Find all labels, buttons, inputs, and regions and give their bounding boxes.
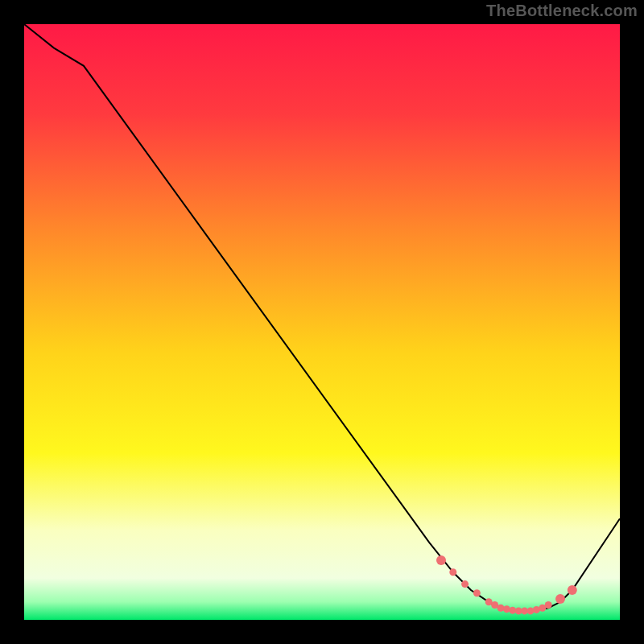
- bottleneck-chart: [0, 0, 644, 644]
- optimal-marker: [473, 589, 481, 597]
- optimal-marker: [497, 605, 505, 612]
- optimal-marker: [503, 605, 510, 613]
- optimal-marker: [436, 555, 446, 565]
- optimal-marker: [449, 568, 456, 576]
- optimal-marker: [545, 601, 552, 609]
- optimal-marker: [568, 585, 577, 595]
- optimal-marker: [527, 607, 535, 614]
- chart-container: TheBottleneck.com: [0, 0, 644, 644]
- watermark-text: TheBottleneck.com: [486, 2, 638, 20]
- plot-background: [24, 24, 620, 620]
- optimal-marker: [555, 594, 565, 604]
- optimal-marker: [461, 580, 469, 588]
